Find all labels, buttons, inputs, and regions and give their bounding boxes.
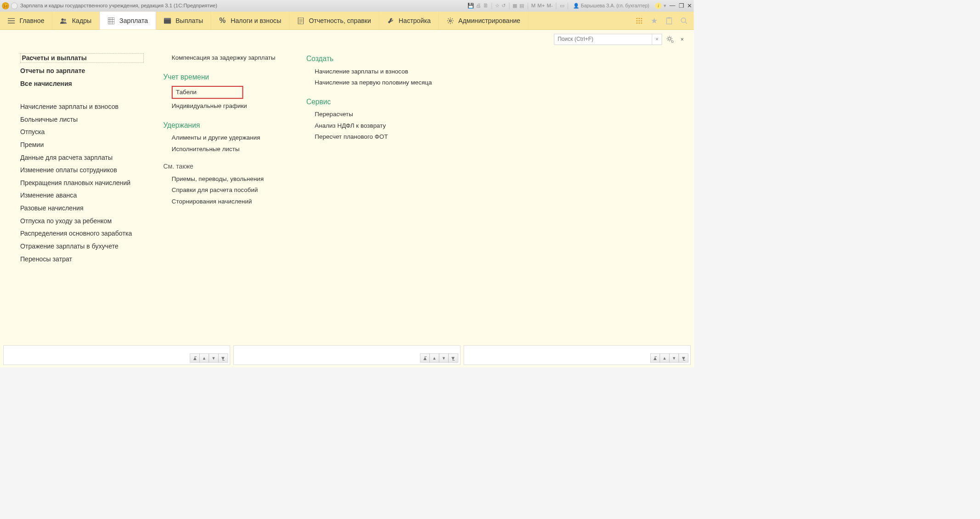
- nav-vse-nachisleniya[interactable]: Все начисления: [20, 79, 144, 89]
- nav-item[interactable]: Начисление за первую половину месяца: [315, 78, 443, 87]
- main-menu: Главное Кадры Зарплата Выплаты % Налоги …: [0, 11, 694, 30]
- gear-icon: [446, 17, 454, 24]
- nav-kompensaciya[interactable]: Компенсация за задержку зарплаты: [172, 53, 287, 62]
- section-sm-takzhe: См. также: [163, 163, 287, 170]
- nav-first-button[interactable]: ▲̅: [420, 354, 430, 363]
- nav-raschety-vyplaty[interactable]: Расчеты и выплаты: [20, 53, 144, 63]
- menu-main[interactable]: Главное: [0, 11, 52, 29]
- menu-nalogi-label: Налоги и взносы: [231, 17, 281, 24]
- nav-item[interactable]: Справки для расчета пособий: [172, 186, 287, 195]
- nav-item[interactable]: Перерасчеты: [315, 110, 443, 119]
- nav-down-button[interactable]: ▼: [209, 354, 219, 363]
- nav-item[interactable]: Начисление зарплаты и взносов: [315, 67, 443, 76]
- svg-point-9: [641, 18, 642, 19]
- menu-admin[interactable]: Администрирование: [439, 11, 528, 29]
- menu-kadry-label: Кадры: [72, 17, 91, 24]
- nav-item[interactable]: Отражение зарплаты в бухучете: [20, 241, 144, 251]
- menu-zarplata[interactable]: Зарплата: [100, 11, 156, 29]
- app-logo-icon: 1c: [2, 2, 9, 10]
- nav-item[interactable]: Сторнирования начислений: [172, 197, 287, 206]
- calendar-icon[interactable]: ▦: [513, 3, 518, 9]
- nav-down-button[interactable]: ▼: [439, 354, 449, 363]
- nav-last-button[interactable]: ▼̲: [448, 354, 458, 363]
- nav-item[interactable]: Премии: [20, 140, 144, 150]
- percent-icon: %: [219, 17, 226, 24]
- settings-gear-icon[interactable]: [665, 34, 675, 44]
- nav-item[interactable]: Исполнительные листы: [172, 144, 287, 153]
- nav-item[interactable]: Прекращения плановых начислений: [20, 178, 144, 188]
- svg-rect-3: [164, 19, 171, 24]
- search-icon[interactable]: [680, 17, 688, 24]
- svg-rect-17: [668, 17, 670, 18]
- nav-ind-grafiki[interactable]: Индивидуальные графики: [172, 102, 287, 111]
- app-window: 1c Зарплата и кадры государственного учр…: [0, 0, 694, 367]
- nav-first-button[interactable]: ▲̅: [650, 354, 660, 363]
- svg-point-14: [639, 22, 640, 23]
- nav-up-button[interactable]: ▲: [199, 354, 209, 363]
- grid-icon[interactable]: ▤: [519, 3, 524, 9]
- nav-item[interactable]: Анализ НДФЛ к возврату: [315, 121, 443, 130]
- nav-item[interactable]: Алименты и другие удержания: [172, 133, 287, 142]
- svg-point-18: [681, 18, 686, 23]
- nav-item[interactable]: Отпуска по уходу за ребенком: [20, 216, 144, 226]
- nav-item[interactable]: Изменение аванса: [20, 191, 144, 201]
- bottom-panels: ▲̅ ▲ ▼ ▼̲ ▲̅ ▲ ▼ ▼̲ ▲̅ ▲ ▼: [3, 345, 691, 365]
- user-box[interactable]: 👤 Барышева З.А. (гл. бухгалтер): [571, 3, 651, 9]
- panel-nav-1: ▲̅ ▲ ▼ ▼̲: [190, 354, 228, 363]
- menu-otchetnost[interactable]: Отчетность, справки: [289, 11, 379, 29]
- nav-item[interactable]: Изменение оплаты сотрудников: [20, 165, 144, 175]
- search-clear-button[interactable]: ×: [652, 34, 662, 45]
- menu-main-label: Главное: [19, 17, 44, 24]
- nav-item[interactable]: Разовые начисления: [20, 203, 144, 214]
- minimize-button[interactable]: —: [670, 2, 676, 10]
- column-3: Создать Начисление зарплаты и взносов На…: [306, 53, 443, 264]
- apps-grid-icon[interactable]: [635, 17, 643, 24]
- nav-last-button[interactable]: ▼̲: [218, 354, 228, 363]
- nav-item[interactable]: Отпуска: [20, 127, 144, 137]
- tool-icon-print[interactable]: 🖨: [476, 3, 481, 9]
- nav-down-button[interactable]: ▼: [669, 354, 679, 363]
- titlebar: 1c Зарплата и кадры государственного учр…: [0, 0, 694, 11]
- menu-vyplaty[interactable]: Выплаты: [156, 11, 211, 29]
- svg-point-6: [449, 20, 451, 22]
- svg-point-7: [636, 18, 638, 19]
- search-input[interactable]: [554, 36, 652, 43]
- tool-icon-doc[interactable]: 🗎: [483, 3, 488, 9]
- memory-m-plus[interactable]: М+: [537, 3, 545, 9]
- menu-nastroika[interactable]: Настройка: [379, 11, 439, 29]
- svg-point-19: [668, 37, 671, 40]
- nav-item[interactable]: Больничные листы: [20, 114, 144, 124]
- memory-m-minus[interactable]: М-: [547, 3, 553, 9]
- tool-icon-save[interactable]: 💾: [467, 3, 474, 9]
- titlebar-tools: 💾 🖨 🗎 ☆ ↺ ▦ ▤ М М+ М- ▭ 👤 Барышева З.А. …: [467, 2, 666, 9]
- nav-up-button[interactable]: ▲: [660, 354, 670, 363]
- nav-item[interactable]: Приемы, переводы, увольнения: [172, 175, 287, 184]
- nav-item[interactable]: Распределения основного заработка: [20, 229, 144, 239]
- nav-otchety-zarplate[interactable]: Отчеты по зарплате: [20, 66, 144, 76]
- nav-item[interactable]: Начисление зарплаты и взносов: [20, 102, 144, 112]
- svg-point-10: [636, 20, 638, 22]
- window-icon[interactable]: ▭: [560, 3, 565, 9]
- nav-item[interactable]: Данные для расчета зарплаты: [20, 152, 144, 163]
- section-uchet-vremeni: Учет времени: [163, 73, 287, 81]
- nav-up-button[interactable]: ▲: [429, 354, 439, 363]
- panel-nav-3: ▲̅ ▲ ▼ ▼̲: [650, 354, 688, 363]
- history-icon[interactable]: ↺: [501, 3, 506, 9]
- menu-nalogi[interactable]: % Налоги и взносы: [211, 11, 289, 29]
- nav-last-button[interactable]: ▼̲: [679, 354, 688, 363]
- close-panel-button[interactable]: ×: [678, 35, 686, 43]
- maximize-button[interactable]: ❐: [679, 2, 684, 10]
- memory-m[interactable]: М: [531, 3, 535, 9]
- nav-item[interactable]: Переносы затрат: [20, 254, 144, 264]
- star-outline-icon[interactable]: ☆: [495, 3, 500, 9]
- clipboard-icon[interactable]: [665, 17, 673, 24]
- nav-tabeli[interactable]: Табели: [172, 86, 243, 99]
- close-window-button[interactable]: ✕: [687, 2, 692, 10]
- nav-first-button[interactable]: ▲̅: [190, 354, 199, 363]
- nav-item[interactable]: Пересчет планового ФОТ: [315, 132, 443, 141]
- dropdown-icon[interactable]: ▾: [664, 3, 666, 9]
- nav-back-icon[interactable]: [11, 2, 17, 9]
- info-icon[interactable]: i: [655, 2, 662, 9]
- menu-kadry[interactable]: Кадры: [52, 11, 100, 29]
- star-icon[interactable]: ★: [650, 17, 658, 24]
